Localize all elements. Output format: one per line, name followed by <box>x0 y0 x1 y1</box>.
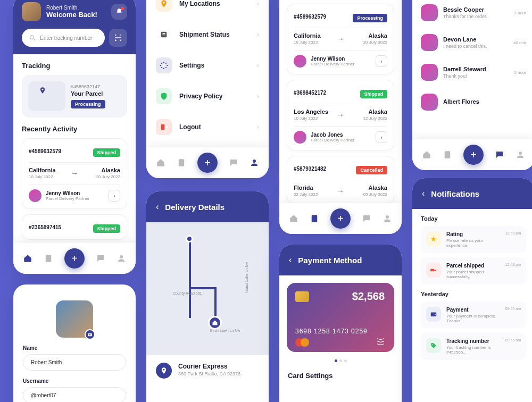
sender-avatar <box>421 34 438 51</box>
expand-button[interactable]: › <box>109 190 120 202</box>
add-button[interactable]: + <box>330 208 351 229</box>
message-time: 5 hour <box>514 70 526 75</box>
notification-item[interactable]: PaymentYour payment is complete. Thanks!… <box>421 302 526 329</box>
camera-icon[interactable] <box>85 329 95 340</box>
svg-rect-2 <box>46 255 52 262</box>
svg-point-21 <box>435 271 436 272</box>
menu-item[interactable]: My Locations › <box>146 0 269 19</box>
courier-address: 860 Park St.Rialto, CA 92376 <box>178 371 240 376</box>
profile-icon[interactable] <box>117 254 126 263</box>
credit-card[interactable]: $2,568 3698 1258 1473 0259 ⟩⟩⟩ <box>287 283 394 352</box>
chat-icon[interactable] <box>495 150 504 160</box>
menu-item[interactable]: Shipment Status › <box>146 19 269 50</box>
user-avatar[interactable] <box>22 2 41 21</box>
svg-point-0 <box>30 36 34 39</box>
message-time: 40 min <box>513 40 526 45</box>
shipment-item[interactable]: #5879321482Cancelled Florida02 July 2022… <box>287 156 394 204</box>
scan-icon <box>114 34 122 42</box>
profile-icon[interactable] <box>516 150 525 160</box>
parcel-status-badge: Processing <box>71 100 105 108</box>
menu-item[interactable]: Settings › <box>146 50 269 81</box>
menu-item[interactable]: Privacy Policy › <box>146 81 269 112</box>
notification-time: 09:55 am <box>505 338 521 355</box>
activity-item[interactable]: #4589632579 Shipped California 18 July 2… <box>22 138 127 209</box>
bottom-nav: + <box>146 147 269 178</box>
tracking-card[interactable]: #4589632147 Your Parcel Processing <box>22 75 127 118</box>
home-icon[interactable] <box>156 158 165 168</box>
profile-icon[interactable] <box>383 214 392 223</box>
notification-item[interactable]: ★ RatingPlease rate us your experience. … <box>421 226 526 253</box>
payment-header: ‹ Payment Method <box>279 245 402 275</box>
notification-item[interactable]: Parcel shippedYour parcel shipped succes… <box>421 257 526 284</box>
home-icon[interactable] <box>422 150 431 160</box>
pagination-dots[interactable] <box>279 359 402 362</box>
courier-name: Courier Express <box>178 363 240 370</box>
back-icon[interactable]: ‹ <box>156 202 159 212</box>
map-thumbnail <box>28 81 65 111</box>
profile-icon[interactable] <box>250 158 259 168</box>
username-input[interactable] <box>23 387 126 402</box>
shipment-item[interactable]: #4589632579Processing California18 July … <box>287 4 394 74</box>
sender-name: Devon Lane <box>443 36 487 43</box>
from-date: 02 July 2022 <box>294 192 334 197</box>
document-icon[interactable] <box>443 150 452 160</box>
partner-role: Parcel Delivery Partner <box>311 62 354 66</box>
arrow-icon: → <box>71 169 78 178</box>
menu-item[interactable]: Logout › <box>146 112 269 143</box>
document-icon[interactable] <box>44 254 53 263</box>
parcel-id: #4589632147 <box>71 84 105 89</box>
home-icon[interactable] <box>289 214 298 223</box>
back-icon[interactable]: ‹ <box>289 255 292 265</box>
activity-item[interactable]: #2365897415 Shipped <box>22 214 127 240</box>
message-item[interactable]: Bessie CooperThanks for the order. 1 hou… <box>412 0 532 28</box>
notification-bell-icon[interactable] <box>111 4 127 20</box>
parcel-title: Your Parcel <box>71 90 105 97</box>
card-chip-icon <box>295 291 309 302</box>
svg-rect-19 <box>430 269 434 272</box>
chat-icon[interactable] <box>362 214 371 223</box>
bottom-nav: + <box>13 243 136 274</box>
document-icon[interactable] <box>177 158 186 168</box>
notification-icon: ★ <box>426 231 441 246</box>
to-city: Alaska <box>347 185 387 191</box>
shipment-id: #4589632579 <box>294 14 326 20</box>
svg-rect-12 <box>179 159 185 166</box>
message-preview: I need to cancel this. <box>443 44 487 49</box>
message-item[interactable]: Albert Flores <box>412 87 532 117</box>
svg-rect-11 <box>161 124 165 130</box>
notification-item[interactable]: Tracking numberYour tracking number is #… <box>421 333 526 360</box>
name-input[interactable] <box>23 354 126 371</box>
chat-icon[interactable] <box>96 254 105 263</box>
message-preview: Thanks for the order. <box>443 14 487 19</box>
from-city: California <box>294 32 334 39</box>
add-button[interactable]: + <box>197 153 218 173</box>
scan-button[interactable] <box>109 29 127 47</box>
notification-title: Tracking number <box>446 338 500 344</box>
chevron-right-icon: › <box>257 0 259 7</box>
document-icon[interactable] <box>310 214 319 223</box>
gear-icon <box>156 57 172 73</box>
back-icon[interactable]: ‹ <box>422 189 425 198</box>
search-input[interactable]: Enter tracking number <box>22 29 105 47</box>
profile-avatar[interactable] <box>56 300 93 338</box>
add-button[interactable]: + <box>64 248 85 269</box>
menu-label: Logout <box>179 123 250 131</box>
search-placeholder: Enter tracking number <box>40 35 92 41</box>
route-map[interactable]: County Road 601 Birch Lawn Ln Nw Island … <box>146 222 269 355</box>
partner-name: Jacob Jones <box>311 132 354 138</box>
message-item[interactable]: Devon LaneI need to cancel this. 40 min <box>412 28 532 57</box>
add-button[interactable]: + <box>463 145 484 165</box>
shipment-item[interactable]: #3698452172Shipped Los Angeles10 July 20… <box>287 80 394 150</box>
home-icon[interactable] <box>23 254 32 263</box>
contactless-icon: ⟩⟩⟩ <box>377 338 385 346</box>
notification-text: Your parcel shipped successfully. <box>446 270 500 279</box>
message-item[interactable]: Darrell StewardThank you! 5 hour <box>412 57 532 87</box>
delivery-header: ‹ Delivery Details <box>146 191 269 222</box>
menu-label: Shipment Status <box>179 31 250 38</box>
chat-icon[interactable] <box>229 158 238 168</box>
expand-button[interactable]: › <box>376 55 387 67</box>
expand-button[interactable]: › <box>376 131 387 143</box>
menu-label: Settings <box>179 62 250 69</box>
svg-point-10 <box>163 64 165 66</box>
tracking-title: Tracking <box>22 62 127 70</box>
